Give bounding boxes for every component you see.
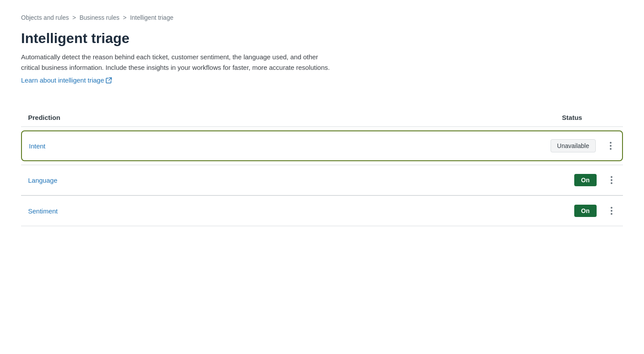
table-row: Intent Unavailable: [21, 130, 623, 161]
table-row: Language On: [21, 165, 623, 195]
dot-2: [610, 145, 612, 147]
dot-1: [611, 207, 612, 209]
intent-status-badge: Unavailable: [551, 139, 596, 152]
dot-2: [611, 179, 612, 181]
external-link-icon: [106, 77, 112, 83]
language-label[interactable]: Language: [28, 177, 57, 184]
table-row: Sentiment On: [21, 196, 623, 226]
breadcrumb-separator-1: >: [72, 14, 76, 21]
language-row-right: On: [528, 174, 616, 186]
learn-link[interactable]: Learn about intelligent triage: [21, 76, 112, 84]
intent-label[interactable]: Intent: [29, 142, 46, 150]
sentiment-status-badge: On: [574, 205, 597, 217]
breadcrumb-business-rules[interactable]: Business rules: [79, 14, 119, 21]
dot-2: [611, 210, 612, 212]
breadcrumb: Objects and rules > Business rules > Int…: [21, 14, 623, 21]
sentiment-more-options-button[interactable]: [607, 205, 616, 217]
dot-3: [611, 213, 612, 215]
breadcrumb-intelligent-triage: Intelligent triage: [130, 14, 173, 21]
page-title: Intelligent triage: [21, 30, 623, 47]
dot-3: [611, 182, 612, 184]
dot-1: [611, 176, 612, 178]
sentiment-row-right: On: [528, 205, 616, 217]
intent-more-options-button[interactable]: [606, 140, 615, 152]
breadcrumb-objects-and-rules[interactable]: Objects and rules: [21, 14, 69, 21]
sentiment-label[interactable]: Sentiment: [28, 207, 58, 215]
intent-row-right: Unavailable: [527, 139, 615, 152]
predictions-table: Prediction Status Intent Unavailable Lan…: [21, 108, 623, 226]
header-prediction: Prediction: [28, 114, 60, 121]
table-header: Prediction Status: [21, 108, 623, 127]
learn-link-text: Learn about intelligent triage: [21, 76, 104, 84]
breadcrumb-separator-2: >: [123, 14, 126, 21]
language-status-badge: On: [574, 174, 597, 186]
page-description: Automatically detect the reason behind e…: [21, 52, 337, 73]
header-status: Status: [528, 114, 616, 121]
table-rows: Intent Unavailable Language On: [21, 130, 623, 226]
dot-1: [610, 142, 612, 144]
language-more-options-button[interactable]: [607, 174, 616, 186]
dot-3: [610, 148, 612, 150]
